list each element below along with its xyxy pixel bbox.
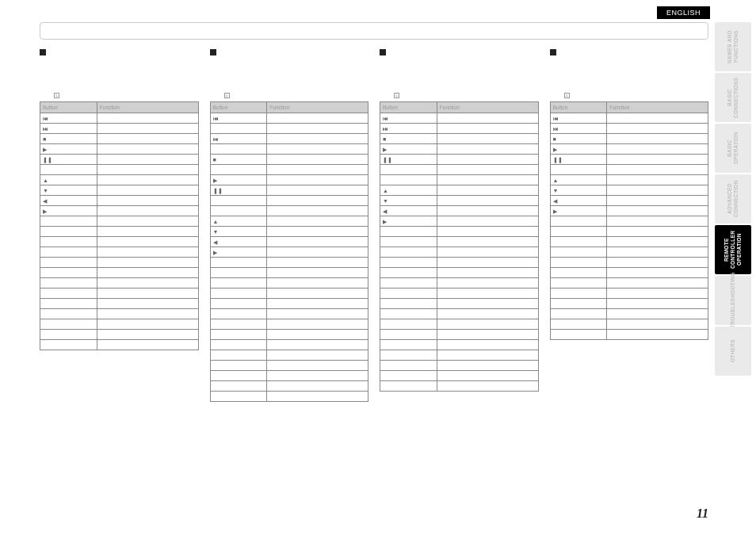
- cell-function: [437, 350, 538, 361]
- table-row: ◀: [210, 237, 368, 247]
- side-tab-5[interactable]: TROUBLESHOOTING: [715, 276, 751, 325]
- cell-function: [607, 124, 708, 134]
- table-row: [210, 319, 368, 330]
- cell-button: ⏭: [380, 124, 437, 134]
- table-row: [210, 206, 368, 216]
- cell-button: [210, 206, 267, 216]
- cell-button: [40, 319, 97, 330]
- cell-function: [437, 299, 538, 309]
- transport-icon: ❚❚: [383, 157, 392, 162]
- transport-icon: ◀: [383, 208, 387, 214]
- cell-button: [550, 299, 607, 309]
- transport-icon: ❚❚: [553, 157, 563, 162]
- cell-button: [380, 361, 437, 371]
- table-row: [210, 361, 368, 371]
- table-row: [40, 227, 199, 237]
- cell-function: [267, 206, 368, 216]
- cell-function: [97, 319, 198, 330]
- cell-function: [97, 113, 198, 124]
- table-row: ▶: [40, 206, 199, 216]
- cell-function: [607, 185, 708, 196]
- cell-button: [210, 381, 267, 392]
- transport-icon: ❚❚: [213, 188, 223, 193]
- side-tab-6[interactable]: OTHERS: [715, 327, 751, 376]
- table-row: ❚❚: [210, 185, 368, 196]
- table-row: [380, 175, 539, 185]
- side-tab-3[interactable]: ADVANCED CONNECTION: [715, 174, 751, 224]
- bullet-square-icon: [40, 49, 46, 55]
- cell-button: ▶: [40, 144, 97, 155]
- cell-button: [40, 278, 97, 289]
- cell-function: [437, 258, 538, 268]
- transport-icon: ▶: [43, 147, 47, 152]
- column-head: [210, 48, 369, 89]
- cell-function: [607, 330, 708, 340]
- cell-button: ▲: [380, 185, 437, 196]
- side-tab-0[interactable]: NAMES AND FUNCTIONS: [715, 22, 751, 71]
- cell-button: [380, 237, 437, 247]
- cell-function: [97, 247, 198, 258]
- table-row: ▶: [550, 144, 708, 155]
- transport-icon: ◀: [213, 239, 217, 245]
- cell-function: [267, 258, 368, 268]
- cell-function: [97, 258, 198, 268]
- cell-button: ▼: [550, 185, 607, 196]
- side-tab-4[interactable]: REMOTE CONTROLLER OPERATION: [715, 225, 751, 274]
- table-row: [40, 247, 199, 258]
- cell-function: [437, 134, 538, 144]
- table-row: [210, 268, 368, 278]
- transport-icon: ▶: [213, 250, 217, 255]
- table-row: ▼: [550, 185, 708, 196]
- side-tab-2[interactable]: BASIC OPERATION: [715, 124, 751, 173]
- table-row: [380, 237, 539, 247]
- table-row: ▼: [40, 185, 199, 196]
- cell-button: ▼: [210, 227, 267, 237]
- cell-function: [97, 175, 198, 185]
- th-function: Function: [267, 102, 368, 113]
- table-row: [210, 144, 368, 155]
- column-3: 4 ButtonFunction⏮ ⏭ ■ ▶ ❚❚ ▲ ▼ ◀ ▶: [550, 48, 709, 402]
- table-row: ⏮: [550, 113, 708, 124]
- table-row: [40, 216, 199, 227]
- side-tab-1[interactable]: BASIC CONNECTIONS: [715, 73, 751, 122]
- bullet-square-icon: [210, 49, 216, 55]
- table-row: ⏭: [210, 134, 368, 144]
- table-row: ▶: [550, 206, 708, 216]
- cell-function: [97, 237, 198, 247]
- cell-function: [97, 227, 198, 237]
- function-table: ButtonFunction⏮ ⏭ ■ ▶ ❚❚ ▲ ▼ ◀ ▶: [380, 101, 539, 392]
- cell-button: ❚❚: [210, 185, 267, 196]
- transport-icon: ⏮: [553, 116, 559, 121]
- column-subtext: 4: [394, 92, 539, 98]
- cell-button: [210, 144, 267, 155]
- cell-function: [97, 144, 198, 155]
- cell-button: [210, 196, 267, 206]
- column-head: [550, 48, 709, 89]
- table-row: ▲: [210, 216, 368, 227]
- cell-button: [380, 381, 437, 392]
- transport-icon: ▶: [213, 178, 217, 183]
- cell-button: [210, 340, 267, 350]
- table-row: [380, 309, 539, 319]
- cell-function: [607, 113, 708, 124]
- transport-icon: ■: [383, 136, 386, 142]
- table-row: [550, 319, 708, 330]
- cell-function: [437, 247, 538, 258]
- cell-function: [607, 319, 708, 330]
- table-row: [40, 340, 199, 350]
- table-row: [380, 319, 539, 330]
- table-row: [40, 165, 199, 175]
- cell-function: [267, 175, 368, 185]
- table-row: [40, 309, 199, 319]
- cell-button: [380, 350, 437, 361]
- table-row: [550, 165, 708, 175]
- transport-icon: ▶: [383, 147, 387, 152]
- table-row: [380, 258, 539, 268]
- bullet-square-icon: [550, 49, 556, 55]
- cell-function: [267, 289, 368, 299]
- cell-button: ⏭: [210, 134, 267, 144]
- transport-icon: ▼: [43, 188, 48, 193]
- table-row: [380, 361, 539, 371]
- table-row: ❚❚: [550, 155, 708, 165]
- cell-function: [267, 165, 368, 175]
